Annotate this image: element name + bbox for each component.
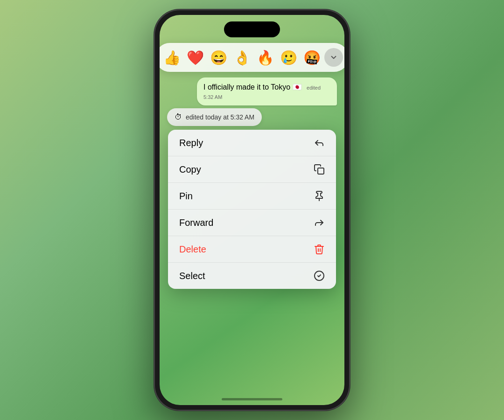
reply-label: Reply bbox=[179, 138, 203, 148]
copy-icon bbox=[314, 164, 325, 175]
menu-item-delete[interactable]: Delete bbox=[168, 236, 336, 263]
svg-rect-0 bbox=[318, 168, 324, 174]
pin-icon bbox=[314, 190, 325, 202]
select-label: Select bbox=[179, 271, 205, 281]
menu-item-reply[interactable]: Reply bbox=[168, 130, 336, 156]
message-bubble: I officially made it to Tokyo 🇯🇵 edited … bbox=[197, 77, 337, 105]
home-indicator bbox=[222, 398, 282, 400]
chevron-down-icon bbox=[329, 53, 338, 62]
edit-info-bubble: ⏱ edited today at 5:32 AM bbox=[167, 108, 262, 126]
phone-frame: 👍 ❤️ 😄 👌 🔥 🥲 🤬 I off bbox=[154, 9, 350, 411]
content-area: 👍 ❤️ 😄 👌 🔥 🥲 🤬 I off bbox=[160, 15, 344, 405]
emoji-thumbsup[interactable]: 👍 bbox=[161, 47, 182, 68]
emoji-reaction-bar: 👍 ❤️ 😄 👌 🔥 🥲 🤬 bbox=[160, 43, 344, 72]
message-bubble-container: I officially made it to Tokyo 🇯🇵 edited … bbox=[197, 77, 337, 105]
message-text: I officially made it to Tokyo 🇯🇵 bbox=[203, 83, 302, 91]
checkmark-circle-icon bbox=[314, 270, 325, 281]
edit-info-icon: ⏱ bbox=[175, 113, 182, 121]
emoji-more-button[interactable] bbox=[324, 48, 343, 67]
phone-screen: 👍 ❤️ 😄 👌 🔥 🥲 🤬 I off bbox=[160, 15, 344, 405]
emoji-ok[interactable]: 👌 bbox=[231, 47, 252, 68]
emoji-heart[interactable]: ❤️ bbox=[184, 47, 206, 68]
menu-item-copy[interactable]: Copy bbox=[168, 156, 336, 183]
delete-label: Delete bbox=[179, 244, 206, 255]
emoji-fire[interactable]: 🔥 bbox=[254, 47, 276, 68]
menu-item-forward[interactable]: Forward bbox=[168, 210, 336, 236]
dynamic-island bbox=[224, 21, 280, 37]
copy-label: Copy bbox=[179, 164, 201, 175]
phone-wrapper: 👍 ❤️ 😄 👌 🔥 🥲 🤬 I off bbox=[154, 9, 350, 411]
menu-item-pin[interactable]: Pin bbox=[168, 183, 336, 210]
edit-info-text: edited today at 5:32 AM bbox=[186, 113, 254, 121]
trash-icon bbox=[314, 244, 325, 255]
forward-icon bbox=[314, 217, 325, 228]
emoji-tear[interactable]: 🥲 bbox=[278, 47, 299, 68]
menu-item-select[interactable]: Select bbox=[168, 263, 336, 289]
context-menu: Reply Copy bbox=[168, 130, 336, 289]
pin-label: Pin bbox=[179, 191, 193, 202]
emoji-angry[interactable]: 🤬 bbox=[301, 47, 322, 68]
reply-icon bbox=[314, 137, 325, 148]
forward-label: Forward bbox=[179, 217, 213, 228]
emoji-grin[interactable]: 😄 bbox=[208, 47, 229, 68]
